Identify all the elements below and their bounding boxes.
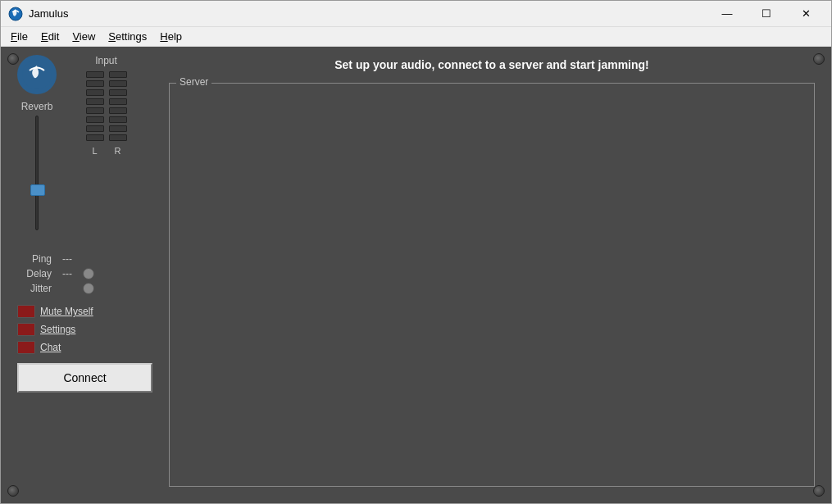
jitter-row: Jitter	[17, 283, 152, 294]
mute-label: Mute Myself	[40, 306, 93, 317]
meter-labels: L R	[60, 146, 152, 156]
led-l-2	[86, 80, 104, 87]
right-panel: Set up your audio, connect to a server a…	[161, 47, 831, 503]
action-buttons: Mute Myself Settings Chat	[17, 304, 152, 355]
input-section: Input	[60, 55, 152, 156]
server-box: Server	[169, 83, 815, 487]
maximize-button[interactable]: ☐	[748, 2, 785, 26]
jitter-label: Jitter	[17, 283, 52, 294]
settings-button[interactable]: Settings	[17, 322, 152, 337]
screw-top-left	[7, 53, 19, 65]
led-l-3	[86, 89, 104, 96]
left-panel: Reverb Input	[1, 47, 161, 503]
led-r-4	[109, 98, 127, 105]
led-l-5	[86, 107, 104, 114]
input-label: Input	[60, 55, 152, 66]
led-l-4	[86, 98, 104, 105]
led-r-3	[109, 89, 127, 96]
reverb-slider-track[interactable]	[35, 116, 39, 230]
app-icon	[7, 6, 24, 22]
delay-value: ---	[55, 268, 80, 279]
screw-bottom-right	[813, 485, 825, 497]
stats-section: Ping --- Delay --- Jitter	[17, 250, 152, 297]
reverb-label: Reverb	[21, 101, 53, 112]
app-title: Jamulus	[29, 7, 708, 20]
delay-indicator	[83, 268, 94, 279]
delay-label: Delay	[17, 268, 52, 279]
welcome-text: Set up your audio, connect to a server a…	[169, 55, 815, 75]
led-r-6	[109, 116, 127, 123]
chat-label: Chat	[40, 342, 61, 353]
ping-value: ---	[55, 253, 80, 265]
mute-icon	[17, 305, 35, 318]
main-content: Reverb Input	[1, 47, 831, 503]
menu-file[interactable]: File	[4, 29, 34, 44]
window-controls: — ☐ ✕	[708, 2, 825, 26]
led-r-8	[109, 134, 127, 141]
settings-icon	[17, 323, 35, 336]
screw-top-right	[813, 53, 825, 65]
led-r-1	[109, 71, 127, 78]
close-button[interactable]: ✕	[787, 2, 825, 26]
reverb-slider-container	[35, 116, 39, 238]
avatar-reverb-section: Reverb	[17, 55, 57, 238]
menu-view[interactable]: View	[66, 29, 102, 44]
delay-row: Delay ---	[17, 268, 152, 279]
avatar	[17, 55, 57, 94]
screw-bottom-left	[7, 485, 19, 497]
ping-row: Ping ---	[17, 253, 152, 265]
server-legend: Server	[176, 76, 211, 88]
connect-button[interactable]: Connect	[17, 363, 152, 393]
menu-edit[interactable]: Edit	[34, 29, 66, 44]
chat-button[interactable]: Chat	[17, 340, 152, 355]
meters-container	[60, 71, 152, 141]
chat-icon	[17, 341, 35, 354]
meter-left	[86, 71, 104, 141]
menu-help[interactable]: Help	[153, 29, 189, 44]
led-l-7	[86, 125, 104, 132]
led-r-7	[109, 125, 127, 132]
led-l-1	[86, 71, 104, 78]
ping-label: Ping	[17, 253, 52, 265]
jitter-indicator	[83, 283, 94, 294]
top-section: Reverb Input	[17, 55, 152, 238]
led-l-8	[86, 134, 104, 141]
reverb-slider-thumb[interactable]	[30, 184, 45, 196]
led-r-5	[109, 107, 127, 114]
mute-button[interactable]: Mute Myself	[17, 304, 152, 319]
led-l-6	[86, 116, 104, 123]
menu-settings[interactable]: Settings	[102, 29, 153, 44]
title-bar: Jamulus — ☐ ✕	[1, 1, 831, 27]
meter-right-label: R	[109, 146, 127, 156]
settings-label: Settings	[40, 324, 75, 335]
main-window: Jamulus — ☐ ✕ File Edit View Settings He…	[0, 0, 832, 504]
meter-left-label: L	[86, 146, 104, 156]
meter-right	[109, 71, 127, 141]
led-r-2	[109, 80, 127, 87]
menu-bar: File Edit View Settings Help	[1, 27, 831, 47]
minimize-button[interactable]: —	[708, 2, 746, 26]
